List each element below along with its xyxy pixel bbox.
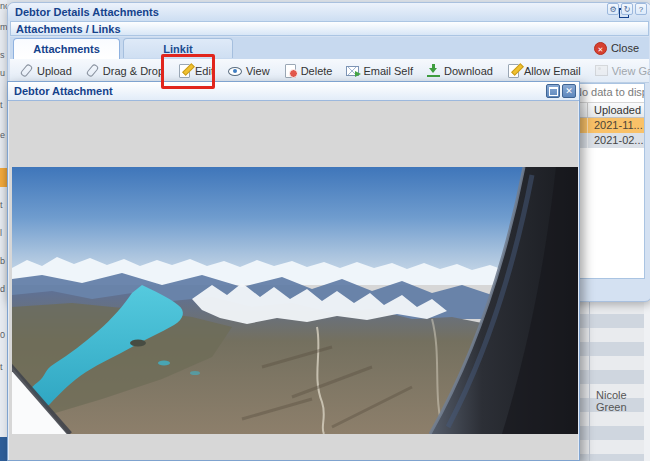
maximize-glyph	[549, 87, 558, 96]
close-icon[interactable]: ✕	[562, 84, 576, 98]
clipped-text-fragment: t	[0, 362, 7, 372]
button-label: Upload	[37, 65, 72, 77]
clipped-text-fragment: nc	[0, 1, 7, 11]
paperclip-icon	[20, 64, 33, 77]
column-divider	[587, 133, 588, 148]
modal-controls: ✕	[546, 84, 576, 98]
delete-page-icon	[284, 64, 297, 77]
button-label: Email Self	[363, 65, 413, 77]
panel-tools: ⚙ ↻ ?	[607, 3, 647, 15]
tab-strip: Attachments Linkit ✕ Close	[10, 37, 649, 60]
background-grid-edge	[644, 300, 650, 461]
delete-button[interactable]: Delete	[279, 62, 338, 79]
clipped-text-fragment: s	[0, 50, 7, 60]
attachments-toolbar: Upload Drag & Drop Edit View Delete Emai…	[10, 59, 649, 83]
grid-empty-text: No data to display	[574, 86, 645, 98]
refresh-icon[interactable]: ↻	[621, 3, 633, 15]
window-titlebar[interactable]: Debtor Details Attachments	[8, 3, 650, 21]
uploaded-column-header[interactable]: Uploaded	[594, 104, 641, 116]
panel-header: Attachments / Links	[10, 21, 649, 36]
background-grid-cell: Nicole Green	[596, 389, 650, 413]
paperclip-icon	[86, 64, 99, 77]
view-button-highlight-annotation	[161, 54, 215, 89]
background-column-divider	[589, 300, 590, 461]
maximize-icon[interactable]	[546, 84, 560, 98]
allow-email-button[interactable]: Allow Email	[502, 62, 586, 79]
background-footer-sliver	[0, 437, 7, 461]
modal-body	[9, 101, 578, 460]
button-label: Allow Email	[524, 65, 581, 77]
uploaded-cell: 2021-02...	[594, 133, 644, 148]
clipped-text-fragment: m	[0, 22, 7, 32]
clipped-text-fragment: t	[0, 100, 7, 110]
modal-title: Debtor Attachment	[14, 85, 113, 97]
clipped-text-fragment: u	[0, 68, 7, 78]
help-icon[interactable]: ?	[635, 3, 647, 15]
background-left-sliver: nc m s u t e t l b d 0 t	[0, 0, 7, 461]
column-divider	[587, 118, 588, 133]
clipped-text-fragment: b	[0, 256, 7, 266]
tab-attachments[interactable]: Attachments	[13, 38, 120, 59]
view-button[interactable]: View	[223, 62, 275, 79]
button-label: Delete	[301, 65, 333, 77]
gear-icon[interactable]: ⚙	[607, 3, 619, 15]
email-self-button[interactable]: Email Self	[341, 62, 418, 79]
clipped-text-fragment: 0	[0, 330, 7, 340]
email-send-icon	[346, 64, 359, 77]
clipped-text-fragment: l	[0, 228, 7, 238]
clipped-text-fragment: e	[0, 130, 7, 140]
attachment-photo	[12, 167, 578, 434]
eye-icon	[228, 64, 242, 77]
close-button[interactable]: ✕ Close	[590, 39, 643, 57]
modal-titlebar[interactable]: Debtor Attachment	[8, 82, 579, 101]
upload-button[interactable]: Upload	[15, 62, 77, 79]
clipped-text-fragment: d	[0, 284, 7, 294]
clipped-text-fragment: t	[0, 200, 7, 210]
button-label: Download	[444, 65, 493, 77]
view-gallery-button: View Gallery (WIP)	[590, 62, 650, 79]
download-button[interactable]: Download	[422, 62, 498, 79]
column-divider	[587, 103, 588, 117]
uploaded-cell: 2021-11...	[594, 118, 643, 133]
background-selected-row-sliver	[0, 168, 7, 187]
button-label: Drag & Drop	[103, 65, 164, 77]
drag-drop-button[interactable]: Drag & Drop	[81, 62, 169, 79]
panel-title: Attachments / Links	[16, 23, 121, 35]
edit-pencil-icon	[507, 64, 520, 77]
close-x-icon: ✕	[594, 42, 607, 55]
button-label: View	[246, 65, 270, 77]
window-title: Debtor Details Attachments	[15, 6, 159, 18]
download-arrow-icon	[427, 64, 440, 77]
gallery-icon	[595, 64, 608, 77]
button-label: View Gallery (WIP)	[612, 65, 650, 77]
close-button-label: Close	[611, 42, 639, 54]
debtor-attachment-modal: Debtor Attachment ✕	[7, 81, 580, 461]
